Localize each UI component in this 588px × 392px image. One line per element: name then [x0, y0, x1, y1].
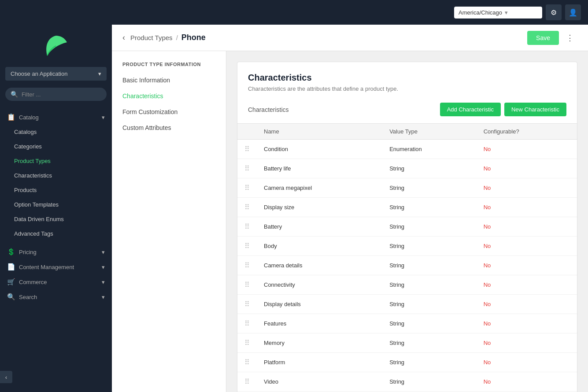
row-configurable: No — [477, 140, 577, 159]
drag-handle-icon[interactable]: ⠿ — [244, 184, 250, 192]
commerce-group[interactable]: 🛒 Commerce ▾ — [0, 274, 112, 289]
row-value-type: String — [382, 159, 477, 178]
characteristics-card: Characteristics Characteristics are the … — [237, 62, 577, 392]
drag-handle-cell[interactable]: ⠿ — [237, 372, 257, 392]
panel-subtitle: Characteristics are the attributes that … — [248, 85, 566, 92]
sub-nav-item-form-customization[interactable]: Form Customization — [112, 104, 226, 120]
logo-icon — [43, 33, 69, 60]
drag-handle-icon[interactable]: ⠿ — [244, 359, 250, 366]
sidebar-item-data-driven-enums[interactable]: Data Driven Enums — [0, 212, 112, 226]
timezone-selector[interactable]: America/Chicago ▾ — [454, 7, 542, 18]
sub-nav: PRODUCT TYPE INFORMATION Basic Informati… — [112, 51, 226, 392]
sidebar-item-advanced-tags[interactable]: Advanced Tags — [0, 226, 112, 241]
drag-handle-cell[interactable]: ⠿ — [237, 353, 257, 372]
table-row: ⠿ Display size String No — [237, 198, 577, 217]
save-button[interactable]: Save — [527, 31, 559, 45]
drag-handle-icon[interactable]: ⠿ — [244, 242, 250, 250]
drag-handle-cell[interactable]: ⠿ — [237, 159, 257, 178]
sub-nav-item-custom-attributes[interactable]: Custom Attributes — [112, 120, 226, 136]
add-characteristic-button[interactable]: Add Characteristic — [440, 103, 501, 116]
row-configurable: No — [477, 353, 577, 372]
content-mgmt-label: Content Management — [19, 264, 98, 270]
row-configurable: No — [477, 159, 577, 178]
sidebar-collapse-button[interactable]: ‹ — [0, 371, 12, 383]
sub-nav-item-basic-info[interactable]: Basic Information — [112, 72, 226, 88]
drag-handle-cell[interactable]: ⠿ — [237, 256, 257, 275]
breadcrumb-parent-link[interactable]: Product Types — [130, 34, 173, 41]
table-col-drag — [237, 124, 257, 140]
search-chevron-icon: ▾ — [102, 294, 105, 300]
sidebar-item-catalogs[interactable]: Catalogs — [0, 125, 112, 139]
breadcrumb: ‹ Product Types / Phone — [122, 33, 206, 42]
row-name: Condition — [257, 140, 382, 159]
table-row: ⠿ Battery String No — [237, 217, 577, 237]
collapse-icon: ‹ — [5, 374, 7, 381]
catalog-chevron-icon: ▾ — [102, 114, 105, 121]
row-name: Connectivity — [257, 275, 382, 295]
table-row: ⠿ Display details String No — [237, 295, 577, 314]
table-col-configurable: Configurable? — [477, 124, 577, 140]
gear-icon: ⚙ — [551, 8, 557, 17]
content-mgmt-chevron-icon: ▾ — [102, 264, 105, 270]
drag-handle-cell[interactable]: ⠿ — [237, 275, 257, 295]
drag-handle-icon[interactable]: ⠿ — [244, 339, 250, 347]
drag-handle-cell[interactable]: ⠿ — [237, 217, 257, 237]
sidebar-item-products[interactable]: Products — [0, 183, 112, 197]
sidebar-item-option-templates[interactable]: Option Templates — [0, 197, 112, 212]
row-configurable: No — [477, 275, 577, 295]
drag-handle-icon[interactable]: ⠿ — [244, 281, 250, 288]
pricing-icon: 💲 — [7, 248, 15, 256]
pricing-group[interactable]: 💲 Pricing ▾ — [0, 244, 112, 259]
drag-handle-cell[interactable]: ⠿ — [237, 295, 257, 314]
settings-button[interactable]: ⚙ — [546, 4, 562, 20]
drag-handle-cell[interactable]: ⠿ — [237, 314, 257, 333]
user-button[interactable]: 👤 — [565, 4, 581, 20]
sidebar-item-characteristics[interactable]: Characteristics — [0, 168, 112, 183]
sub-nav-item-characteristics[interactable]: Characteristics — [112, 88, 226, 104]
new-characteristic-button[interactable]: New Characteristic — [504, 103, 566, 116]
characteristics-label: Characteristics — [248, 106, 289, 113]
row-configurable: No — [477, 295, 577, 314]
drag-handle-cell[interactable]: ⠿ — [237, 237, 257, 256]
drag-handle-icon[interactable]: ⠿ — [244, 203, 250, 211]
table-col-value-type: Value Type — [382, 124, 477, 140]
panel-title: Characteristics — [248, 73, 566, 83]
breadcrumb-separator: / — [176, 34, 178, 41]
table-row: ⠿ Platform String No — [237, 353, 577, 372]
drag-handle-cell[interactable]: ⠿ — [237, 178, 257, 198]
app-select[interactable]: Choose an Application ▾ — [5, 67, 107, 81]
drag-handle-icon[interactable]: ⠿ — [244, 262, 250, 269]
drag-handle-icon[interactable]: ⠿ — [244, 378, 250, 385]
row-name: Memory — [257, 333, 382, 353]
catalog-section: 📋 Catalog ▾ Catalogs Categories Product … — [0, 106, 112, 244]
drag-handle-icon[interactable]: ⠿ — [244, 320, 250, 327]
table-col-name: Name — [257, 124, 382, 140]
row-name: Video — [257, 372, 382, 392]
more-options-button[interactable]: ⋮ — [562, 31, 577, 44]
drag-handle-cell[interactable]: ⠿ — [237, 333, 257, 353]
table-row: ⠿ Connectivity String No — [237, 275, 577, 295]
content-mgmt-icon: 📄 — [7, 263, 15, 271]
filter-input[interactable] — [22, 91, 101, 98]
row-name: Camera details — [257, 256, 382, 275]
drag-handle-icon[interactable]: ⠿ — [244, 165, 250, 172]
filter-search-icon: 🔍 — [11, 91, 18, 98]
table-row: ⠿ Memory String No — [237, 333, 577, 353]
catalog-group[interactable]: 📋 Catalog ▾ — [0, 110, 112, 125]
characteristics-toolbar: Characteristics Add Characteristic New C… — [237, 96, 577, 123]
drag-handle-icon[interactable]: ⠿ — [244, 145, 250, 153]
row-name: Camera megapixel — [257, 178, 382, 198]
sidebar-item-categories[interactable]: Categories — [0, 139, 112, 154]
sidebar-item-product-types[interactable]: Product Types — [0, 154, 112, 168]
search-group[interactable]: 🔍 Search ▾ — [0, 289, 112, 304]
drag-handle-cell[interactable]: ⠿ — [237, 198, 257, 217]
drag-handle-cell[interactable]: ⠿ — [237, 140, 257, 159]
logo — [0, 25, 112, 67]
drag-handle-icon[interactable]: ⠿ — [244, 223, 250, 230]
breadcrumb-back-icon[interactable]: ‹ — [122, 33, 125, 42]
drag-handle-icon[interactable]: ⠿ — [244, 300, 250, 308]
content-mgmt-group[interactable]: 📄 Content Management ▾ — [0, 259, 112, 274]
sidebar-filter[interactable]: 🔍 — [5, 88, 107, 101]
row-name: Features — [257, 314, 382, 333]
row-configurable: No — [477, 198, 577, 217]
